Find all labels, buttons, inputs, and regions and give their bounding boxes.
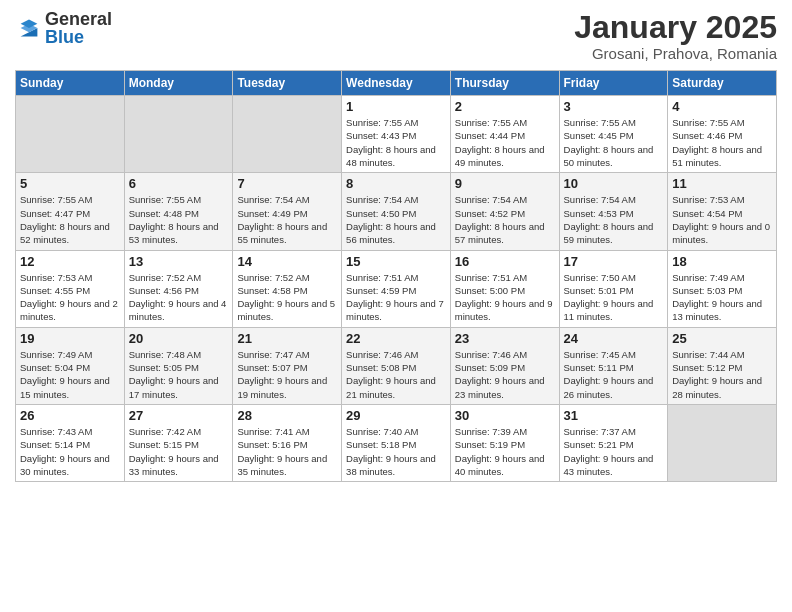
- day-info: Sunrise: 7:46 AM Sunset: 5:08 PM Dayligh…: [346, 348, 446, 401]
- day-number: 15: [346, 254, 446, 269]
- day-info: Sunrise: 7:39 AM Sunset: 5:19 PM Dayligh…: [455, 425, 555, 478]
- day-number: 8: [346, 176, 446, 191]
- table-row: 7Sunrise: 7:54 AM Sunset: 4:49 PM Daylig…: [233, 173, 342, 250]
- table-row: 2Sunrise: 7:55 AM Sunset: 4:44 PM Daylig…: [450, 96, 559, 173]
- day-info: Sunrise: 7:49 AM Sunset: 5:03 PM Dayligh…: [672, 271, 772, 324]
- col-wednesday: Wednesday: [342, 71, 451, 96]
- table-row: 23Sunrise: 7:46 AM Sunset: 5:09 PM Dayli…: [450, 327, 559, 404]
- col-sunday: Sunday: [16, 71, 125, 96]
- table-row: 15Sunrise: 7:51 AM Sunset: 4:59 PM Dayli…: [342, 250, 451, 327]
- table-row: 4Sunrise: 7:55 AM Sunset: 4:46 PM Daylig…: [668, 96, 777, 173]
- day-number: 1: [346, 99, 446, 114]
- day-info: Sunrise: 7:48 AM Sunset: 5:05 PM Dayligh…: [129, 348, 229, 401]
- day-number: 16: [455, 254, 555, 269]
- logo-text: General Blue: [45, 10, 112, 46]
- col-tuesday: Tuesday: [233, 71, 342, 96]
- day-info: Sunrise: 7:52 AM Sunset: 4:58 PM Dayligh…: [237, 271, 337, 324]
- col-thursday: Thursday: [450, 71, 559, 96]
- day-info: Sunrise: 7:51 AM Sunset: 4:59 PM Dayligh…: [346, 271, 446, 324]
- calendar-week-row: 12Sunrise: 7:53 AM Sunset: 4:55 PM Dayli…: [16, 250, 777, 327]
- day-info: Sunrise: 7:53 AM Sunset: 4:55 PM Dayligh…: [20, 271, 120, 324]
- day-info: Sunrise: 7:46 AM Sunset: 5:09 PM Dayligh…: [455, 348, 555, 401]
- table-row: 13Sunrise: 7:52 AM Sunset: 4:56 PM Dayli…: [124, 250, 233, 327]
- table-row: 29Sunrise: 7:40 AM Sunset: 5:18 PM Dayli…: [342, 404, 451, 481]
- col-monday: Monday: [124, 71, 233, 96]
- table-row: 11Sunrise: 7:53 AM Sunset: 4:54 PM Dayli…: [668, 173, 777, 250]
- day-number: 21: [237, 331, 337, 346]
- day-number: 20: [129, 331, 229, 346]
- day-number: 26: [20, 408, 120, 423]
- day-number: 18: [672, 254, 772, 269]
- table-row: 3Sunrise: 7:55 AM Sunset: 4:45 PM Daylig…: [559, 96, 668, 173]
- table-row: 22Sunrise: 7:46 AM Sunset: 5:08 PM Dayli…: [342, 327, 451, 404]
- day-info: Sunrise: 7:55 AM Sunset: 4:45 PM Dayligh…: [564, 116, 664, 169]
- calendar-header-row: Sunday Monday Tuesday Wednesday Thursday…: [16, 71, 777, 96]
- logo-general-text: General: [45, 10, 112, 28]
- day-number: 3: [564, 99, 664, 114]
- day-number: 22: [346, 331, 446, 346]
- title-block: January 2025 Grosani, Prahova, Romania: [574, 10, 777, 62]
- table-row: 9Sunrise: 7:54 AM Sunset: 4:52 PM Daylig…: [450, 173, 559, 250]
- calendar-week-row: 1Sunrise: 7:55 AM Sunset: 4:43 PM Daylig…: [16, 96, 777, 173]
- day-info: Sunrise: 7:52 AM Sunset: 4:56 PM Dayligh…: [129, 271, 229, 324]
- day-number: 19: [20, 331, 120, 346]
- table-row: 6Sunrise: 7:55 AM Sunset: 4:48 PM Daylig…: [124, 173, 233, 250]
- table-row: 12Sunrise: 7:53 AM Sunset: 4:55 PM Dayli…: [16, 250, 125, 327]
- table-row: 28Sunrise: 7:41 AM Sunset: 5:16 PM Dayli…: [233, 404, 342, 481]
- day-info: Sunrise: 7:42 AM Sunset: 5:15 PM Dayligh…: [129, 425, 229, 478]
- table-row: 16Sunrise: 7:51 AM Sunset: 5:00 PM Dayli…: [450, 250, 559, 327]
- table-row: 10Sunrise: 7:54 AM Sunset: 4:53 PM Dayli…: [559, 173, 668, 250]
- table-row: 5Sunrise: 7:55 AM Sunset: 4:47 PM Daylig…: [16, 173, 125, 250]
- location-title: Grosani, Prahova, Romania: [574, 45, 777, 62]
- day-info: Sunrise: 7:55 AM Sunset: 4:48 PM Dayligh…: [129, 193, 229, 246]
- day-number: 5: [20, 176, 120, 191]
- table-row: 18Sunrise: 7:49 AM Sunset: 5:03 PM Dayli…: [668, 250, 777, 327]
- table-row: [668, 404, 777, 481]
- page: General Blue January 2025 Grosani, Praho…: [0, 0, 792, 612]
- day-info: Sunrise: 7:45 AM Sunset: 5:11 PM Dayligh…: [564, 348, 664, 401]
- table-row: 14Sunrise: 7:52 AM Sunset: 4:58 PM Dayli…: [233, 250, 342, 327]
- calendar-week-row: 26Sunrise: 7:43 AM Sunset: 5:14 PM Dayli…: [16, 404, 777, 481]
- day-number: 4: [672, 99, 772, 114]
- table-row: 30Sunrise: 7:39 AM Sunset: 5:19 PM Dayli…: [450, 404, 559, 481]
- day-info: Sunrise: 7:55 AM Sunset: 4:47 PM Dayligh…: [20, 193, 120, 246]
- table-row: 27Sunrise: 7:42 AM Sunset: 5:15 PM Dayli…: [124, 404, 233, 481]
- logo-blue-text: Blue: [45, 28, 112, 46]
- day-info: Sunrise: 7:55 AM Sunset: 4:46 PM Dayligh…: [672, 116, 772, 169]
- day-number: 12: [20, 254, 120, 269]
- day-number: 29: [346, 408, 446, 423]
- calendar: Sunday Monday Tuesday Wednesday Thursday…: [15, 70, 777, 482]
- month-title: January 2025: [574, 10, 777, 45]
- day-number: 9: [455, 176, 555, 191]
- day-number: 30: [455, 408, 555, 423]
- day-number: 2: [455, 99, 555, 114]
- calendar-week-row: 19Sunrise: 7:49 AM Sunset: 5:04 PM Dayli…: [16, 327, 777, 404]
- day-number: 10: [564, 176, 664, 191]
- day-info: Sunrise: 7:54 AM Sunset: 4:49 PM Dayligh…: [237, 193, 337, 246]
- day-info: Sunrise: 7:54 AM Sunset: 4:50 PM Dayligh…: [346, 193, 446, 246]
- table-row: 17Sunrise: 7:50 AM Sunset: 5:01 PM Dayli…: [559, 250, 668, 327]
- day-info: Sunrise: 7:37 AM Sunset: 5:21 PM Dayligh…: [564, 425, 664, 478]
- day-number: 7: [237, 176, 337, 191]
- logo: General Blue: [15, 10, 112, 46]
- day-number: 11: [672, 176, 772, 191]
- table-row: 26Sunrise: 7:43 AM Sunset: 5:14 PM Dayli…: [16, 404, 125, 481]
- table-row: [233, 96, 342, 173]
- header: General Blue January 2025 Grosani, Praho…: [15, 10, 777, 62]
- day-info: Sunrise: 7:51 AM Sunset: 5:00 PM Dayligh…: [455, 271, 555, 324]
- col-saturday: Saturday: [668, 71, 777, 96]
- day-info: Sunrise: 7:50 AM Sunset: 5:01 PM Dayligh…: [564, 271, 664, 324]
- table-row: 8Sunrise: 7:54 AM Sunset: 4:50 PM Daylig…: [342, 173, 451, 250]
- table-row: 25Sunrise: 7:44 AM Sunset: 5:12 PM Dayli…: [668, 327, 777, 404]
- day-number: 14: [237, 254, 337, 269]
- day-number: 27: [129, 408, 229, 423]
- day-info: Sunrise: 7:55 AM Sunset: 4:43 PM Dayligh…: [346, 116, 446, 169]
- col-friday: Friday: [559, 71, 668, 96]
- table-row: 21Sunrise: 7:47 AM Sunset: 5:07 PM Dayli…: [233, 327, 342, 404]
- table-row: 20Sunrise: 7:48 AM Sunset: 5:05 PM Dayli…: [124, 327, 233, 404]
- table-row: 1Sunrise: 7:55 AM Sunset: 4:43 PM Daylig…: [342, 96, 451, 173]
- day-info: Sunrise: 7:55 AM Sunset: 4:44 PM Dayligh…: [455, 116, 555, 169]
- day-number: 24: [564, 331, 664, 346]
- calendar-week-row: 5Sunrise: 7:55 AM Sunset: 4:47 PM Daylig…: [16, 173, 777, 250]
- day-number: 28: [237, 408, 337, 423]
